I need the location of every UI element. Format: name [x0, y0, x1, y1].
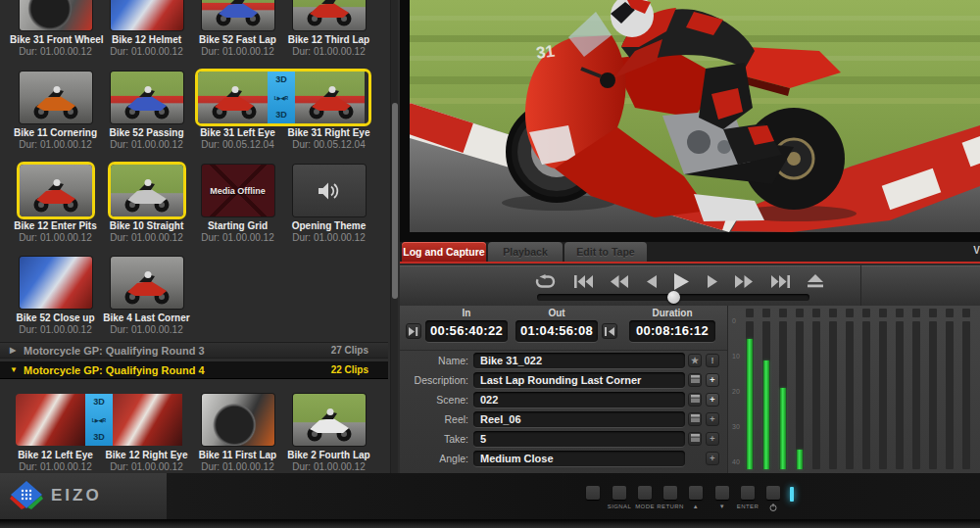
clip-thumbnail	[111, 257, 183, 309]
clip-bike-12-enter-pits[interactable]: Bike 12 Enter Pits Dur: 01.00.00.12	[10, 165, 101, 244]
duration-timecode-field[interactable]: 00:08:16:12	[629, 320, 715, 342]
meter-level-bar	[747, 339, 753, 469]
slate-icon[interactable]	[688, 373, 702, 387]
clip-duration: Dur: 00.05.12.04	[192, 139, 283, 151]
fast-forward-button[interactable]	[735, 275, 753, 288]
clip-duration: Dur: 01.00.00.12	[101, 232, 192, 244]
add-take-button[interactable]: +	[706, 432, 719, 446]
video-preview: 31	[400, 0, 980, 242]
name-field[interactable]: Bike 31_022	[473, 353, 685, 368]
mark-good-button[interactable]: ★	[688, 354, 702, 367]
clip-starting-grid[interactable]: Media Offline Starting Grid Dur: 01.00.0…	[192, 165, 283, 244]
eject-button[interactable]	[808, 274, 823, 288]
scrollbar-thumb[interactable]	[392, 103, 398, 299]
alert-button[interactable]: !	[706, 354, 719, 367]
clip-label: Bike 11 Cornering	[10, 127, 101, 139]
shuttle-knob[interactable]	[667, 291, 680, 304]
step-forward-button[interactable]	[708, 275, 717, 288]
slate-icon[interactable]	[688, 432, 702, 446]
bezel-button-mode[interactable]	[638, 486, 652, 500]
description-field[interactable]: Last Lap Rounding Last Corner	[473, 372, 685, 388]
clip-opening-theme[interactable]: Opening Theme Dur: 01.00.00.12	[283, 165, 374, 244]
clip-bike-12-third-lap[interactable]: Bike 12 Third Lap Dur: 01.00.00.12	[283, 0, 374, 58]
eizo-logo-icon	[10, 480, 43, 511]
clip-label: Bike 52 Passing	[101, 127, 192, 139]
reel-field[interactable]: Reel_06	[473, 411, 685, 427]
clip-label: Bike 2 Fourth Lap	[283, 450, 374, 461]
rewind-button[interactable]	[611, 275, 628, 288]
in-timecode-field[interactable]: 00:56:40:22	[425, 320, 508, 342]
meter-level-bar	[763, 360, 769, 469]
clip-thumbnail-selected	[20, 165, 92, 216]
clip-thumbnail	[198, 72, 268, 123]
scene-field[interactable]: 022	[473, 392, 685, 408]
clip-duration: Dur: 00.05.12.04	[283, 139, 374, 151]
play-button[interactable]	[674, 273, 689, 290]
loop-button[interactable]	[535, 274, 556, 289]
speaker-icon	[317, 181, 342, 201]
meter-scale-label: 30	[732, 423, 740, 430]
clip-label: Starting Grid	[192, 220, 283, 232]
slate-icon[interactable]	[688, 393, 702, 407]
go-to-out-button[interactable]	[602, 323, 617, 339]
tab-edit-to-tape[interactable]: Edit to Tape	[564, 242, 647, 262]
clip-bike-11-first-lap[interactable]: Bike 11 First Lap Dur: 01.00.00.12	[192, 394, 283, 473]
clip-label: Bike 31 Front Wheel	[10, 34, 101, 46]
add-description-button[interactable]: +	[706, 373, 719, 387]
bezel-button-1[interactable]	[586, 486, 600, 500]
add-reel-button[interactable]: +	[706, 412, 719, 426]
bezel-button-power[interactable]	[766, 486, 780, 500]
disclosure-triangle-collapsed-icon[interactable]: ▶	[10, 346, 24, 355]
clip-bike-52-passing[interactable]: Bike 52 Passing Dur: 01.00.00.12	[101, 72, 192, 151]
power-icon	[756, 504, 791, 512]
add-scene-button[interactable]: +	[706, 393, 719, 407]
clip-bike-10-straight[interactable]: Bike 10 Straight Dur: 01.00.00.12	[101, 165, 192, 244]
browser-scrollbar[interactable]	[390, 0, 398, 473]
clip-row: Bike 12 Enter Pits Dur: 01.00.00.12 Bike…	[10, 165, 384, 244]
clip-3d-pair-bike-12[interactable]: 3D L▶◀R 3D Bike 12 Left Eye Dur: 01.00.0…	[10, 394, 192, 473]
bezel-button-down[interactable]	[715, 486, 729, 500]
clip-bike-31-front-wheel[interactable]: Bike 31 Front Wheel Dur: 01.00.00.12	[10, 0, 101, 58]
tab-log-and-capture[interactable]: Log and Capture	[402, 242, 486, 262]
badge-3d-top: 3D	[93, 398, 105, 407]
clip-bike-52-fast-lap[interactable]: Bike 52 Fast Lap Dur: 01.00.00.12	[192, 0, 283, 58]
bezel-button-return[interactable]	[663, 486, 677, 500]
slate-icon[interactable]	[688, 412, 702, 426]
bike-number: 31	[535, 42, 556, 63]
corner-text: V	[973, 245, 980, 256]
step-back-button[interactable]	[647, 275, 657, 288]
clip-bike-12-helmet[interactable]: Bike 12 Helmet Dur: 01.00.00.12	[101, 0, 192, 58]
clip-duration: Dur: 01.00.00.12	[283, 461, 374, 473]
audio-meter-channel	[879, 306, 887, 473]
clip-bike-4-last-corner[interactable]: Bike 4 Last Corner Dur: 01.00.00.12	[101, 257, 192, 336]
capture-tab-bar: Log and Capture Playback Edit to Tape V	[400, 242, 980, 264]
out-timecode-field[interactable]: 01:04:56:08	[515, 320, 598, 342]
name-row: Name: Bike 31_022 ★ !	[400, 353, 727, 369]
go-to-end-button[interactable]	[771, 275, 790, 288]
bezel-button-up[interactable]	[689, 486, 703, 500]
audio-meter-channel	[862, 306, 870, 473]
bezel-button-enter[interactable]	[741, 486, 755, 500]
bin-row-qualifying-round-4[interactable]: ▼ Motorcycle GP: Qualifying Round 4 22 C…	[0, 361, 388, 379]
clip-row: Bike 52 Close up Dur: 01.00.00.12 Bike 4…	[10, 257, 384, 336]
badge-lr: L▶◀R	[92, 417, 106, 423]
clip-thumbnail	[20, 72, 92, 123]
bezel-button-signal[interactable]	[612, 486, 626, 500]
take-field[interactable]: 5	[473, 431, 685, 447]
tab-playback[interactable]: Playback	[488, 242, 563, 262]
meter-scale-label: 20	[732, 388, 740, 395]
bin-row-qualifying-round-3[interactable]: ▶ Motorcycle GP: Qualifying Round 3 27 C…	[0, 342, 388, 359]
clip-bike-52-close-up[interactable]: Bike 52 Close up Dur: 01.00.00.12	[10, 257, 101, 336]
shuttle-slider[interactable]	[537, 294, 809, 301]
disclosure-triangle-expanded-icon[interactable]: ▼	[10, 365, 24, 374]
go-to-start-button[interactable]	[574, 275, 593, 288]
go-to-in-button[interactable]	[406, 323, 421, 339]
clip-3d-pair-bike-31[interactable]: 3D L▶◀R 3D Bike 31 Left Eye Dur: 00.05.1…	[192, 72, 374, 151]
take-row: Take: 5 +	[400, 431, 727, 448]
clip-bike-11-cornering[interactable]: Bike 11 Cornering Dur: 01.00.00.12	[10, 72, 101, 151]
add-angle-button[interactable]: +	[706, 452, 719, 465]
clip-bike-2-fourth-lap[interactable]: Bike 2 Fourth Lap Dur: 01.00.00.12	[283, 394, 374, 473]
clip-thumbnail	[293, 394, 366, 446]
angle-field[interactable]: Medium Close	[473, 451, 685, 466]
clip-row: Bike 11 Cornering Dur: 01.00.00.12 Bike …	[10, 72, 384, 151]
